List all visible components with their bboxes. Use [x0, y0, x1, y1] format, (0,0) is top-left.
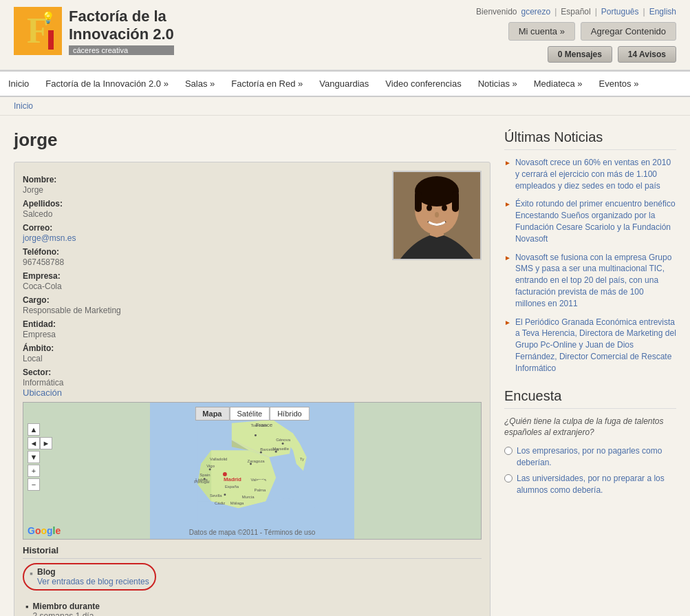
- map-tab-hibrido[interactable]: Híbrido: [270, 407, 309, 421]
- entidad-label: Entidad:: [23, 319, 160, 329]
- nav-item-salas: Salas »: [177, 72, 223, 96]
- map-zoom-in-button[interactable]: +: [28, 465, 40, 477]
- svg-point-6: [442, 205, 447, 211]
- nav-item-video: Video conferencias: [377, 72, 469, 96]
- map-tab-satelite[interactable]: Satélite: [229, 407, 270, 421]
- mensajes-button[interactable]: 0 Mensajes: [548, 46, 612, 63]
- svg-text:Lisboa: Lisboa: [195, 478, 208, 482]
- portugues-link[interactable]: Português: [601, 7, 639, 17]
- survey-radio-0[interactable]: [504, 447, 513, 455]
- profile-title: jorge: [14, 129, 490, 151]
- news-arrow-2: ►: [504, 254, 511, 262]
- survey-option-1: Las universidades, por no preparar a los…: [504, 473, 676, 496]
- news-item-3: ► El Periódico Granada Económica entrevi…: [504, 317, 676, 374]
- logo-box: F 💡: [14, 7, 62, 55]
- news-link-2[interactable]: Novasoft se fusiona con la empresa Grupo…: [515, 253, 671, 308]
- news-item-1: ► Éxito rotundo del primer encuentro ben…: [504, 198, 676, 244]
- nav-link-inicio[interactable]: Inicio: [0, 72, 37, 96]
- svg-text:Spain: Spain: [200, 473, 210, 477]
- news-arrow-3: ►: [504, 319, 511, 326]
- news-item-0: ► Novasoft crece un 60% en ventas en 201…: [504, 157, 676, 191]
- nav-link-eventos[interactable]: Eventos »: [591, 72, 647, 96]
- news-link-3[interactable]: El Periódico Granada Económica entrevist…: [515, 317, 676, 373]
- breadcrumb: Inicio: [0, 97, 690, 116]
- svg-text:Vigo: Vigo: [206, 464, 215, 468]
- svg-text:Toulouse: Toulouse: [251, 423, 268, 427]
- sector-label: Sector:: [23, 368, 160, 377]
- member-title: Miembro durante: [33, 602, 100, 611]
- survey-title: Encuesta: [504, 388, 676, 409]
- bienvenido-text: Bienvenido: [476, 7, 517, 17]
- nav-link-red[interactable]: Factoría en Red »: [223, 72, 311, 96]
- svg-rect-10: [150, 403, 197, 539]
- mi-cuenta-button[interactable]: Mi cuenta »: [508, 22, 575, 41]
- news-text-2: Novasoft se fusiona con la empresa Grupo…: [515, 252, 676, 310]
- map-down-button[interactable]: ▼: [28, 451, 40, 463]
- svg-text:Zaragoza: Zaragoza: [248, 459, 266, 463]
- nav-item-red: Factoría en Red »: [223, 72, 311, 96]
- nav-link-video[interactable]: Video conferencias: [377, 72, 469, 96]
- agregar-contenido-button[interactable]: Agregar Contenido: [581, 22, 676, 41]
- survey-radio-1[interactable]: [504, 474, 513, 482]
- map-right-button[interactable]: ►: [40, 437, 52, 449]
- telefono-label: Teléfono:: [23, 247, 160, 257]
- news-link-1[interactable]: Éxito rotundo del primer encuentro benéf…: [515, 199, 676, 243]
- avisos-button[interactable]: 14 Avisos: [618, 46, 676, 63]
- svg-text:Sevilla: Sevilla: [210, 493, 222, 498]
- map-footer: Datos de mapa ©2011 - Términos de uso: [189, 529, 315, 536]
- news-text-0: Novasoft crece un 60% en ventas en 2010 …: [515, 157, 676, 191]
- apellidos-value: Salcedo: [23, 209, 160, 219]
- nav-list: Inicio Factoría de la Innovación 2.0 » S…: [0, 72, 690, 96]
- history-section: Historial ▪ Blog Ver entradas de blog re…: [23, 545, 482, 616]
- nav-link-vanguardias[interactable]: Vanguardias: [311, 72, 377, 96]
- news-arrow-1: ►: [504, 200, 511, 208]
- map-left-button[interactable]: ◄: [28, 437, 40, 449]
- profile-photo: [392, 171, 482, 260]
- lightbulb-icon: 💡: [41, 11, 55, 24]
- map-tab-mapa[interactable]: Mapa: [195, 407, 229, 421]
- english-link[interactable]: English: [649, 7, 676, 17]
- nav-item-vanguardias: Vanguardias: [311, 72, 377, 96]
- nav: Inicio Factoría de la Innovación 2.0 » S…: [0, 70, 690, 97]
- news-link-0[interactable]: Novasoft crece un 60% en ventas en 2010 …: [515, 158, 671, 191]
- survey-option-text-0: Los empresarios, por no pagarles como de…: [517, 445, 676, 469]
- location-label: Ubicación: [23, 387, 482, 398]
- svg-point-19: [282, 443, 284, 445]
- profile-card: Nombre: Jorge Apellidos: Salcedo Correo:…: [14, 162, 490, 616]
- header-right: Bienvenido gcerezo | Español | Português…: [476, 7, 676, 63]
- nombre-label: Nombre:: [23, 175, 160, 184]
- nav-link-factoria[interactable]: Factoría de la Innovación 2.0 »: [37, 72, 177, 96]
- map-up-button[interactable]: ▲: [28, 423, 40, 436]
- blog-content: Blog Ver entradas de blog recientes: [37, 567, 149, 586]
- svg-text:Palma: Palma: [254, 488, 266, 492]
- apellidos-label: Apellidos:: [23, 199, 160, 209]
- map-zoom-out-button[interactable]: −: [28, 478, 40, 491]
- svg-text:Málaga: Málaga: [230, 502, 244, 506]
- logo-i-bar: [48, 30, 54, 50]
- nav-item-factoria: Factoría de la Innovación 2.0 »: [37, 72, 177, 96]
- map-container: France Madrid España Spain Portugal Vigo…: [23, 402, 482, 540]
- main-content: jorge Nombre: Jorge Apellidos: Salcedo C…: [0, 116, 690, 616]
- blog-link[interactable]: Ver entradas de blog recientes: [37, 577, 149, 586]
- nav-item-eventos: Eventos »: [591, 72, 647, 96]
- nav-item-inicio: Inicio: [0, 72, 37, 96]
- svg-text:Madrid: Madrid: [224, 476, 241, 482]
- map-lr-buttons: ◄ ►: [28, 437, 52, 449]
- svg-text:España: España: [225, 485, 239, 489]
- nav-link-salas[interactable]: Salas »: [177, 72, 223, 96]
- news-title: Últimas Noticias: [504, 129, 676, 150]
- breadcrumb-home[interactable]: Inicio: [14, 101, 33, 111]
- nav-link-mediateca[interactable]: Mediateca »: [526, 72, 591, 96]
- logo-text: Factoría de la Innovación 2.0 cáceres cr…: [69, 8, 174, 55]
- espanol-link[interactable]: Español: [561, 7, 590, 17]
- member-content: Miembro durante 2 semanas 1 día: [33, 602, 100, 616]
- location-section: Ubicación: [23, 387, 482, 540]
- blog-highlight: ▪ Blog Ver entradas de blog recientes: [23, 563, 156, 591]
- svg-text:Ty: Ty: [300, 457, 304, 461]
- svg-point-13: [209, 469, 211, 471]
- correo-link[interactable]: jorge@msn.es: [23, 233, 76, 243]
- nav-link-noticias[interactable]: Noticias »: [470, 72, 526, 96]
- svg-text:Cádiz: Cádiz: [215, 502, 225, 506]
- username-link[interactable]: gcerezo: [521, 7, 550, 17]
- correo-label: Correo:: [23, 223, 160, 233]
